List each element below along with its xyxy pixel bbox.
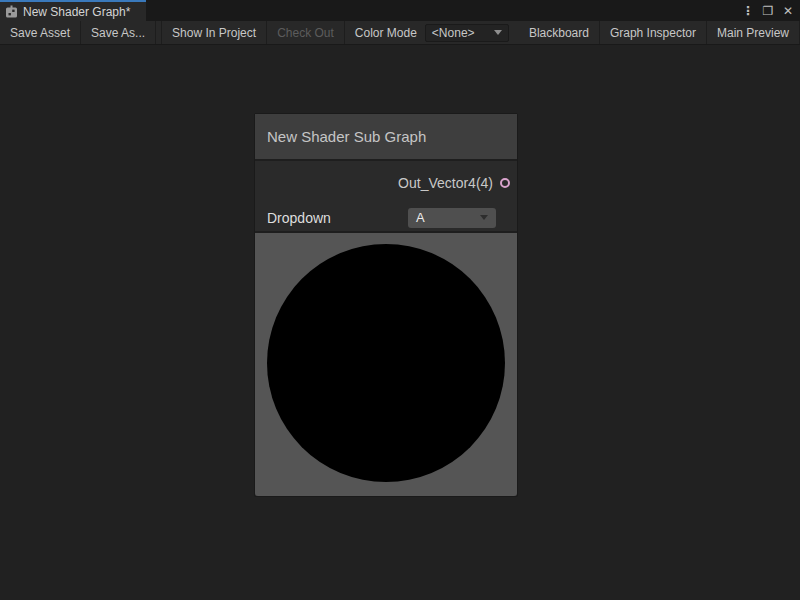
- save-asset-button[interactable]: Save Asset: [0, 21, 81, 44]
- close-icon[interactable]: ✕: [780, 3, 796, 19]
- vector4-port-icon[interactable]: [500, 178, 510, 188]
- show-in-project-button[interactable]: Show In Project: [162, 21, 267, 44]
- chevron-down-icon: [494, 30, 502, 35]
- color-mode-label: Color Mode: [345, 21, 425, 44]
- sub-graph-output-node[interactable]: New Shader Sub Graph Out_Vector4(4) Drop…: [254, 113, 518, 497]
- node-title-bar[interactable]: New Shader Sub Graph: [255, 114, 517, 161]
- shader-graph-window: New Shader Graph* ⋮ ❐ ✕ Save Asset Save …: [0, 0, 800, 600]
- graph-inspector-toggle-button[interactable]: Graph Inspector: [600, 21, 707, 44]
- output-port-row: Out_Vector4(4): [255, 161, 517, 204]
- tab-title: New Shader Graph*: [23, 5, 130, 19]
- dropdown-row: Dropdown A: [255, 204, 517, 231]
- shader-preview-area[interactable]: [255, 231, 517, 496]
- output-port-label: Out_Vector4(4): [398, 175, 493, 191]
- blackboard-toggle-button[interactable]: Blackboard: [519, 21, 600, 44]
- tab-strip: New Shader Graph* ⋮ ❐ ✕: [0, 0, 800, 21]
- dropdown-value-select[interactable]: A: [408, 208, 496, 228]
- node-title: New Shader Sub Graph: [267, 128, 426, 145]
- shader-graph-icon: [5, 5, 18, 18]
- chevron-down-icon: [480, 215, 488, 220]
- shader-preview-sphere: [267, 244, 505, 482]
- window-controls: ⋮ ❐ ✕: [740, 0, 800, 21]
- color-mode-value: <None>: [432, 26, 475, 40]
- tab-new-shader-graph[interactable]: New Shader Graph*: [0, 0, 146, 21]
- save-as-button[interactable]: Save As...: [81, 21, 156, 44]
- window-menu-icon[interactable]: ⋮: [740, 3, 756, 19]
- maximize-icon[interactable]: ❐: [760, 3, 776, 19]
- toolbar: Save Asset Save As... Show In Project Ch…: [0, 21, 800, 45]
- dropdown-label: Dropdown: [267, 210, 408, 226]
- main-preview-toggle-button[interactable]: Main Preview: [707, 21, 800, 44]
- color-mode-dropdown[interactable]: <None>: [425, 24, 509, 42]
- check-out-button: Check Out: [267, 21, 345, 44]
- dropdown-selected-value: A: [416, 210, 425, 225]
